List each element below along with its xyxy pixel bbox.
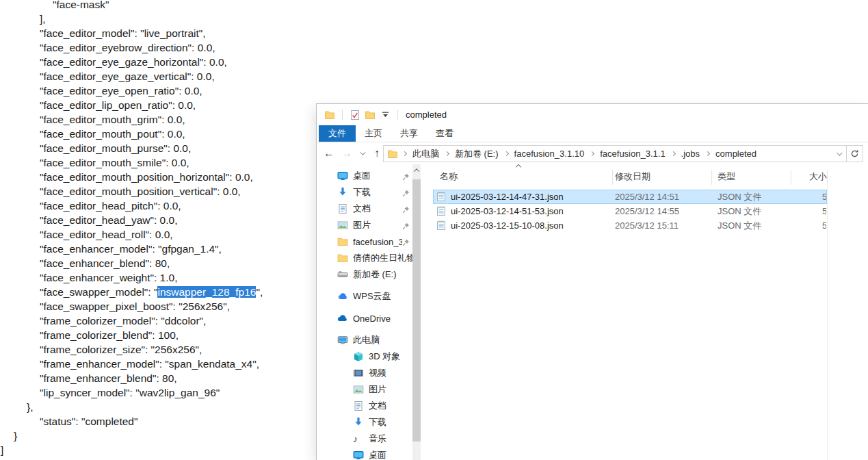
json-line: "face_editor_eye_gaze_horizontal": 0.0,: [0, 55, 316, 69]
document-icon: [353, 400, 364, 411]
breadcrumb-separator-icon: [705, 151, 710, 156]
column-header-type[interactable]: 类型: [718, 168, 735, 186]
sidebar-item-label: 下载: [369, 416, 386, 429]
sidebar-item-document[interactable]: 文档: [317, 201, 412, 217]
breadcrumb-separator-icon: [402, 151, 407, 156]
column-header-date[interactable]: 修改日期: [615, 168, 650, 186]
selected-text: inswapper_128_fp16: [157, 286, 256, 298]
file-row[interactable]: ui-2025-03-12-14-47-31.json2025/3/12 14:…: [433, 190, 827, 204]
file-type: JSON 文件: [718, 218, 761, 233]
json-line: "face_editor_model": "live_portrait",: [0, 26, 316, 40]
folder-icon: [337, 236, 348, 247]
column-header-name[interactable]: 名称: [440, 168, 458, 186]
file-date: 2025/3/12 14:55: [615, 204, 679, 218]
json-line: "face_editor_mouth_position_vertical": 0…: [0, 184, 316, 199]
column-separator[interactable]: [791, 170, 791, 185]
json-line: "frame_colorizer_blend": 100,: [0, 328, 316, 342]
sidebar-item-label: 图片: [369, 383, 386, 396]
breadcrumb-separator-icon: [504, 151, 509, 156]
breadcrumb-item[interactable]: completed: [711, 149, 761, 159]
ribbon-tab-2[interactable]: 共享: [391, 125, 427, 142]
sidebar-item-wps-cloud[interactable]: WPS云盘: [317, 288, 412, 305]
sidebar-item-folder[interactable]: 倩倩的生日礼物: [317, 250, 412, 266]
folder-icon: [337, 253, 348, 264]
address-dropdown-chevron-icon[interactable]: [831, 146, 846, 162]
json-viewer: "face-mask"],"face_editor_model": "live_…: [0, 0, 316, 457]
sidebar-item-desktop[interactable]: 桌面: [317, 447, 412, 460]
breadcrumb-item[interactable]: 新加卷 (E:): [450, 148, 503, 160]
properties-check-icon[interactable]: [350, 110, 360, 120]
file-name: ui-2025-03-12-14-51-53.json: [451, 204, 564, 218]
column-separator[interactable]: [827, 170, 828, 185]
file-name: ui-2025-03-12-14-47-31.json: [451, 190, 564, 204]
ribbon-tab-3[interactable]: 查看: [427, 125, 462, 142]
json-line: "face_editor_mouth_smile": 0.0,: [0, 155, 316, 170]
json-line: "face_editor_head_roll": 0.0,: [0, 227, 316, 242]
column-header-size[interactable]: 大小: [793, 168, 827, 186]
sidebar-item-label: OneDrive: [353, 314, 391, 324]
sidebar-item-label: 3D 对象: [369, 350, 400, 363]
sidebar-item-video[interactable]: 视频: [317, 365, 412, 381]
column-gridline: [827, 186, 828, 460]
wps-cloud-icon: [337, 291, 348, 302]
json-line: "face_enhancer_weight": 1.0,: [0, 270, 316, 285]
json-line: "face_enhancer_blend": 80,: [0, 256, 316, 270]
json-line: "face_editor_eyebrow_direction": 0.0,: [0, 40, 316, 55]
sidebar-item-pictures[interactable]: 图片: [317, 217, 412, 233]
sidebar-item-download[interactable]: 下载: [317, 184, 412, 201]
sidebar-item-folder[interactable]: facefusion_3: [317, 233, 412, 250]
new-folder-icon[interactable]: [365, 110, 376, 120]
json-line: "face_swapper_pixel_boost": "256x256",: [0, 299, 316, 314]
scrollbar-up-arrow-icon[interactable]: [412, 164, 421, 177]
json-line: "frame_colorizer_size": "256x256",: [0, 342, 316, 357]
navigation-bar: ← → ↑ 此电脑新加卷 (E:)facefusion_3.1.10facefu…: [317, 142, 868, 164]
sidebar-item-desktop[interactable]: 桌面: [317, 168, 412, 184]
breadcrumb-item[interactable]: facefusion_3.1.10: [510, 149, 590, 159]
breadcrumb-item[interactable]: .jobs: [676, 149, 705, 159]
file-row[interactable]: ui-2025-03-12-15-10-08.json2025/3/12 15:…: [433, 218, 827, 233]
json-line: ],: [0, 12, 316, 26]
scrollbar-thumb[interactable]: [412, 179, 421, 442]
json-line: "face_editor_mouth_pout": 0.0,: [0, 127, 316, 141]
sidebar-item-cube[interactable]: 3D 对象: [317, 348, 412, 365]
sidebar-item-drive[interactable]: 新加卷 (E:): [317, 266, 412, 283]
sidebar-item-pictures[interactable]: 图片: [317, 381, 412, 398]
file-date: 2025/3/12 15:11: [615, 218, 679, 233]
sidebar-item-music[interactable]: ♪音乐: [317, 431, 412, 447]
pin-icon: [402, 222, 410, 229]
breadcrumb-item[interactable]: facefusion_3.1.1: [595, 149, 670, 159]
forward-arrow-icon[interactable]: →: [339, 142, 355, 164]
customize-toolbar-dropdown-icon[interactable]: [380, 110, 391, 120]
sidebar-item-download[interactable]: 下载: [317, 414, 412, 431]
file-size: 5: [822, 190, 826, 204]
sidebar-item-document[interactable]: 文档: [317, 398, 412, 414]
json-line: "face_editor_mouth_position_horizontal":…: [0, 170, 316, 184]
column-separator[interactable]: [711, 170, 712, 185]
recent-locations-chevron-icon[interactable]: [354, 142, 370, 164]
file-type: JSON 文件: [718, 190, 761, 204]
file-row[interactable]: ui-2025-03-12-14-51-53.json2025/3/12 14:…: [433, 204, 827, 218]
refresh-icon[interactable]: [847, 146, 863, 162]
sidebar-scrollbar[interactable]: [412, 164, 421, 460]
json-line: "face_editor_eye_open_ratio": 0.0,: [0, 84, 316, 98]
json-line: "face_swapper_model": "inswapper_128_fp1…: [0, 285, 316, 299]
ribbon-tab-0[interactable]: 文件: [319, 125, 356, 142]
breadcrumb-separator-icon: [445, 151, 449, 156]
column-separator[interactable]: [612, 170, 613, 185]
sidebar-item-onedrive[interactable]: OneDrive: [317, 310, 412, 327]
drive-icon: [337, 269, 348, 280]
address-bar[interactable]: 此电脑新加卷 (E:)facefusion_3.1.10facefusion_3…: [383, 145, 863, 162]
file-name: ui-2025-03-12-15-10-08.json: [451, 218, 564, 233]
breadcrumb-item[interactable]: 此电脑: [408, 148, 444, 160]
sidebar-item-label: 图片: [353, 219, 371, 231]
ribbon-tab-bar: 文件主页共享查看: [317, 125, 868, 142]
ribbon-tab-1[interactable]: 主页: [356, 125, 391, 142]
desktop-icon: [353, 450, 364, 460]
sidebar-item-label: WPS云盘: [353, 290, 391, 303]
json-line: "status": "completed": [0, 414, 316, 429]
json-line: ]: [0, 443, 316, 457]
json-line: "face_editor_head_yaw": 0.0,: [0, 213, 316, 227]
back-arrow-icon[interactable]: ←: [321, 142, 337, 164]
sidebar-item-label: 新加卷 (E:): [353, 268, 397, 281]
sidebar-item-this-pc[interactable]: 此电脑: [317, 332, 412, 348]
